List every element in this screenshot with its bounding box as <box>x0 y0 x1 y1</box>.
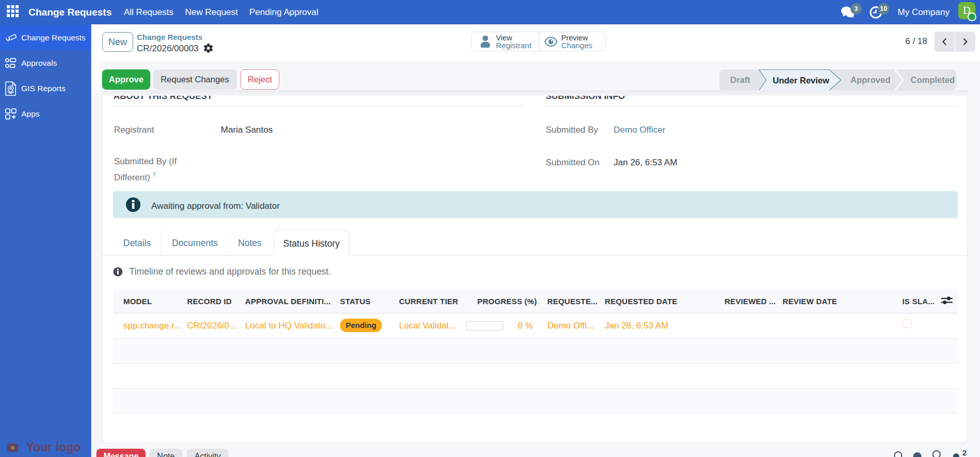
svg-text:2: 2 <box>962 448 967 457</box>
svg-text:Under Review: Under Review <box>773 76 829 85</box>
